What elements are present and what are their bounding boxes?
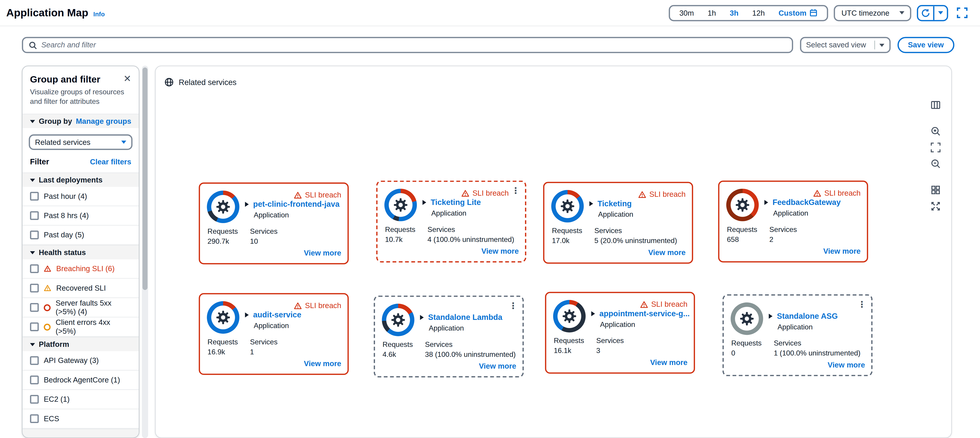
saved-view-select[interactable]: Select saved view — [800, 37, 891, 53]
application-map-canvas[interactable]: Related services — [155, 65, 952, 438]
filter-ecs[interactable]: ECS — [22, 409, 139, 429]
checkbox[interactable] — [30, 284, 39, 293]
checkbox[interactable] — [30, 414, 39, 423]
filter-client-errors[interactable]: Client errors 4xx (>5%) — [22, 317, 139, 337]
app-card-standalone-asg[interactable]: Standalone ASG Application ⋮ Requests0 S… — [722, 294, 872, 376]
zoom-in-button[interactable] — [928, 124, 943, 139]
expand-nodes-button[interactable] — [928, 199, 943, 214]
requests-label: Requests — [727, 225, 769, 233]
search-input[interactable] — [41, 41, 786, 49]
refresh-options-button[interactable] — [934, 6, 947, 20]
filter-server-faults[interactable]: Server faults 5xx (>5%) (4) — [22, 298, 139, 317]
time-range-custom[interactable]: Custom — [772, 8, 824, 17]
sidebar-scrollbar[interactable] — [142, 65, 148, 438]
filter-past-hour[interactable]: Past hour (4) — [22, 187, 139, 206]
manage-groups-link[interactable]: Manage groups — [76, 117, 131, 126]
expand-toggle-icon[interactable] — [422, 200, 426, 205]
last-deployments-section-header[interactable]: Last deployments — [22, 173, 139, 187]
checkbox[interactable] — [30, 265, 39, 273]
filter-past-day[interactable]: Past day (5) — [22, 226, 139, 245]
expand-toggle-icon[interactable] — [420, 315, 424, 320]
close-icon[interactable]: ✕ — [123, 74, 131, 83]
checkbox[interactable] — [30, 356, 39, 365]
app-card-ticketing-lite[interactable]: Ticketing Lite Application SLI breach ⋮ … — [376, 181, 526, 262]
group-by-select[interactable]: Related services — [29, 135, 133, 150]
sli-breach-label: SLI breach — [824, 189, 861, 197]
group-by-value: Related services — [35, 138, 91, 147]
app-type-label: Application — [778, 323, 813, 330]
kebab-menu-icon[interactable]: ⋮ — [511, 186, 520, 195]
scrollbar-thumb[interactable] — [142, 68, 147, 290]
checkbox[interactable] — [30, 376, 39, 385]
filter-breaching-sli[interactable]: Breaching SLI (6) — [22, 260, 139, 279]
app-name-link[interactable]: Ticketing Lite — [431, 198, 481, 207]
filter-label-text: Recovered SLI — [56, 284, 106, 293]
view-more-link[interactable]: View more — [479, 362, 516, 371]
app-name-link[interactable]: pet-clinic-frontend-java — [253, 200, 339, 209]
collapse-caret-icon — [30, 179, 35, 182]
application-map-page: Application Map Info 30m 1h 3h 12h Custo… — [0, 0, 980, 438]
view-more-link[interactable]: View more — [827, 360, 865, 369]
app-card-feedbackgateway[interactable]: FeedbackGateway Application SLI breach R… — [718, 181, 868, 262]
expand-toggle-icon[interactable] — [245, 313, 249, 317]
fullscreen-button[interactable] — [954, 5, 970, 21]
next-section-header-clipped[interactable] — [22, 429, 139, 438]
time-range-12h[interactable]: 12h — [745, 8, 772, 17]
expand-toggle-icon[interactable] — [591, 311, 595, 316]
checkbox[interactable] — [30, 192, 39, 201]
app-card-ticketing[interactable]: Ticketing Application SLI breach Request… — [543, 182, 693, 263]
time-range-3h[interactable]: 3h — [723, 8, 745, 17]
app-card-appointment-service[interactable]: appointment-service-g... Application SLI… — [545, 292, 695, 374]
search-box[interactable] — [22, 37, 793, 53]
time-range-1h[interactable]: 1h — [701, 8, 723, 17]
app-name-link[interactable]: Standalone Lambda — [428, 313, 502, 322]
time-range-30m[interactable]: 30m — [673, 8, 701, 17]
filter-past-8hrs[interactable]: Past 8 hrs (4) — [22, 206, 139, 226]
app-name-link[interactable]: FeedbackGateway — [773, 198, 841, 207]
group-and-filter-panel: Group and filter ✕ Visualize groups of r… — [22, 65, 139, 438]
save-view-button[interactable]: Save view — [897, 37, 955, 53]
expand-toggle-icon[interactable] — [769, 314, 773, 319]
fit-to-screen-button[interactable] — [928, 140, 943, 155]
info-link[interactable]: Info — [93, 10, 105, 17]
filter-bedrock-agentcore[interactable]: Bedrock AgentCore (1) — [22, 371, 139, 390]
refresh-button[interactable] — [918, 6, 934, 20]
kebab-menu-icon[interactable]: ⋮ — [509, 301, 518, 310]
view-more-link[interactable]: View more — [823, 247, 861, 256]
view-more-link[interactable]: View more — [304, 359, 341, 368]
filter-api-gateway[interactable]: API Gateway (3) — [22, 351, 139, 371]
kebab-menu-icon[interactable]: ⋮ — [858, 300, 866, 309]
group-view-button[interactable] — [928, 182, 943, 197]
app-card-standalone-lambda[interactable]: Standalone Lambda Application ⋮ Requests… — [374, 296, 524, 378]
expand-toggle-icon[interactable] — [245, 202, 249, 207]
timezone-value: UTC timezone — [842, 8, 889, 17]
group-by-section-header[interactable]: Group by Manage groups — [22, 114, 139, 128]
chevron-down-icon — [879, 43, 884, 47]
view-more-link[interactable]: View more — [481, 247, 519, 256]
app-card-audit-service[interactable]: audit-service Application SLI breach Req… — [199, 293, 349, 375]
platform-section-header[interactable]: Platform — [22, 337, 139, 351]
app-name-link[interactable]: audit-service — [253, 311, 301, 319]
clear-filters-link[interactable]: Clear filters — [90, 158, 131, 167]
filter-recovered-sli[interactable]: Recovered SLI — [22, 279, 139, 298]
checkbox[interactable] — [30, 395, 39, 404]
requests-label: Requests — [552, 227, 594, 235]
zoom-out-button[interactable] — [928, 156, 943, 171]
view-more-link[interactable]: View more — [650, 358, 687, 367]
health-status-section-header[interactable]: Health status — [22, 245, 139, 259]
checkbox[interactable] — [30, 231, 39, 240]
timezone-select[interactable]: UTC timezone — [834, 5, 911, 21]
layout-columns-button[interactable] — [928, 97, 943, 113]
checkbox[interactable] — [30, 303, 39, 312]
view-more-link[interactable]: View more — [304, 249, 341, 257]
filter-ec2[interactable]: EC2 (1) — [22, 390, 139, 409]
expand-toggle-icon[interactable] — [764, 200, 768, 205]
checkbox[interactable] — [30, 211, 39, 221]
expand-toggle-icon[interactable] — [589, 201, 593, 206]
app-name-link[interactable]: Ticketing — [598, 199, 632, 208]
checkbox[interactable] — [30, 322, 39, 332]
app-name-link[interactable]: appointment-service-g... — [599, 309, 689, 318]
view-more-link[interactable]: View more — [648, 248, 686, 257]
app-card-pet-clinic-frontend-java[interactable]: pet-clinic-frontend-java Application SLI… — [199, 182, 349, 264]
app-name-link[interactable]: Standalone ASG — [777, 312, 838, 321]
